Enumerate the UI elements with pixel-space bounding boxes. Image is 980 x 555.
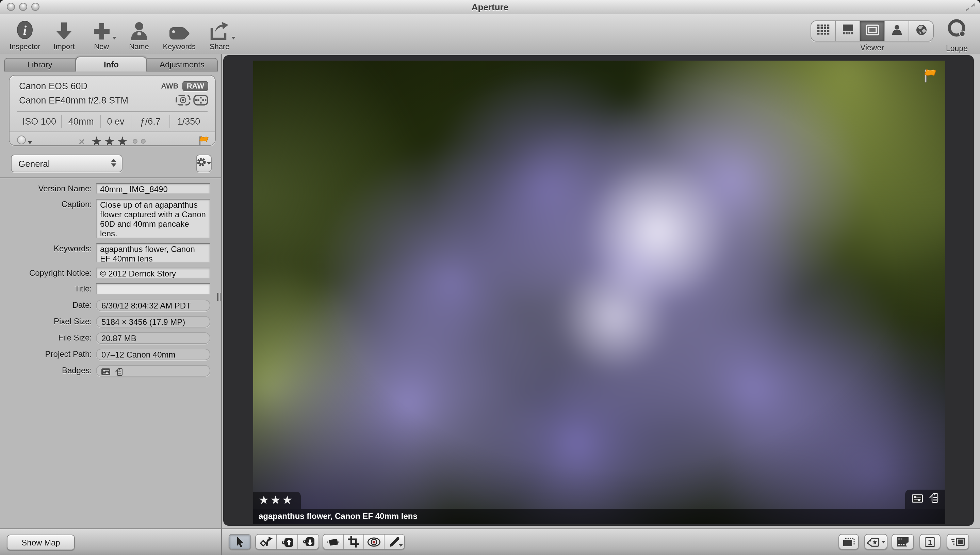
field-label: File Size: (0, 332, 96, 344)
camera-row: Canon EOS 60D AWB RAW (10, 79, 215, 93)
import-button[interactable]: Import (51, 18, 78, 50)
field-label: Pixel Size: (0, 316, 96, 327)
field-label: Date: (0, 300, 96, 311)
aperture-window: Aperture i Inspector Import (0, 0, 980, 555)
title-input[interactable] (96, 283, 210, 295)
split-view-icon (841, 24, 854, 37)
popup-arrows-icon (111, 159, 117, 167)
field-label: Keywords: (0, 243, 96, 263)
metadata-view-popup[interactable]: General (11, 155, 123, 172)
filmstrip-button[interactable] (892, 534, 914, 550)
toolbar-button-label: Share (209, 42, 230, 50)
keywords-textarea[interactable]: agapanthus flower, Canon EF 40mm lens (96, 243, 210, 263)
places-icon (916, 24, 927, 38)
tab-adjustments[interactable]: Adjustments (147, 58, 218, 72)
exposure-row: ISO 100 40mm 0 ev ƒ/6.7 1/350 (10, 112, 215, 132)
rating-controls: × ★★★ (10, 132, 215, 146)
field-row-caption: Caption: Close up of an agapanthus flowe… (0, 199, 221, 238)
metadata-view-value: General (18, 158, 50, 168)
clear-rating-button[interactable]: × (78, 135, 85, 146)
adjustments-badge-icon (912, 493, 923, 505)
chevron-down-icon (231, 37, 235, 40)
camera-model: Canon EOS 60D (19, 81, 161, 91)
project-path-value: 07–12 Canon 40mm (96, 349, 210, 360)
new-button[interactable]: New (88, 18, 115, 50)
selection-tool-group (229, 534, 251, 550)
screen: Aperture i Inspector Import (0, 0, 980, 555)
loupe-button[interactable]: Loupe (939, 18, 975, 53)
redeye-tool-button[interactable] (364, 534, 385, 549)
selection-tool-button[interactable] (229, 534, 251, 549)
share-button[interactable]: Share (206, 18, 233, 50)
rating-stars[interactable]: ★★★ (91, 135, 129, 146)
rating-dot-empty[interactable] (141, 139, 146, 143)
photo-vignette (253, 61, 945, 524)
metadata-preset-row: General (11, 155, 212, 172)
gear-icon (197, 157, 206, 170)
white-balance-label: AWB (161, 82, 178, 90)
brush-icon (389, 536, 400, 547)
field-label: Copyright Notice: (0, 268, 96, 279)
places-segment[interactable] (909, 21, 933, 41)
name-button[interactable]: Name (126, 18, 153, 50)
keywords-button[interactable]: Keywords (163, 18, 196, 50)
filmstrip-icon (896, 537, 909, 547)
exposure-compensation-value: 0 ev (101, 115, 132, 128)
view-switcher-segments (811, 21, 934, 42)
panel-resize-handle[interactable] (217, 293, 222, 301)
flag-icon[interactable] (197, 134, 209, 146)
retouch-tool-button[interactable] (385, 534, 404, 549)
fullscreen-icon[interactable] (965, 3, 975, 15)
person-icon (130, 20, 149, 41)
tab-info[interactable]: Info (75, 56, 147, 72)
toolbar-left-buttons: i Inspector Import New (10, 18, 233, 50)
rating-row: × ★★★ (10, 132, 215, 146)
lift-tool-button[interactable] (277, 534, 298, 549)
rotate-icon (260, 536, 273, 547)
split-view-segment[interactable] (836, 21, 860, 41)
tag-icon (168, 20, 190, 41)
photo[interactable]: ★★★ agapanthus flower, Canon EF 40mm len… (253, 61, 945, 524)
camera-info-box: Canon EOS 60D AWB RAW Canon EF40mm f/2.8… (9, 75, 216, 146)
straighten-tool-button[interactable] (323, 534, 344, 549)
metadata-fields: Version Name: 40mm_ IMG_8490 Caption: Cl… (0, 183, 221, 381)
caption-textarea[interactable]: Close up of an agapanthus flower capture… (96, 199, 210, 238)
field-row-copyright: Copyright Notice: © 2012 Derrick Story (0, 268, 221, 279)
inspector-button[interactable]: i Inspector (10, 18, 40, 50)
focus-points-button[interactable] (176, 94, 190, 106)
viewer-mode-icon (843, 537, 855, 547)
keywords-badge-icon (115, 368, 123, 376)
stamp-tool-button[interactable] (298, 534, 318, 549)
primary-only-button[interactable]: 1 (919, 534, 940, 550)
version-name-input[interactable]: 40mm_ IMG_8490 (96, 183, 210, 194)
show-map-button[interactable]: Show Map (7, 534, 75, 550)
viewer-icon (865, 24, 879, 38)
copyright-input[interactable]: © 2012 Derrick Story (96, 268, 210, 279)
tab-library[interactable]: Library (4, 58, 75, 72)
crop-tool-button[interactable] (344, 534, 364, 549)
rotate-tool-button[interactable] (256, 534, 277, 549)
faces-segment[interactable] (885, 21, 909, 41)
toolbar-button-label: New (94, 42, 109, 50)
inspector-panel: Library Info Adjustments Canon EOS 60D A… (0, 54, 222, 555)
lens-row: Canon EF40mm f/2.8 STM (10, 93, 215, 107)
tag-star-icon (866, 536, 880, 547)
adjustments-badge-icon (101, 368, 110, 375)
field-label: Caption: (0, 199, 96, 238)
metadata-action-button[interactable] (196, 155, 212, 172)
rating-dot-empty[interactable] (133, 139, 138, 143)
stamp-icon (302, 536, 315, 547)
quick-preview-button[interactable] (946, 534, 969, 550)
field-label: Project Path: (0, 349, 96, 360)
toolbar-button-label: Keywords (163, 42, 196, 50)
toolbar-button-label: Inspector (10, 42, 40, 50)
pixel-grid-button[interactable] (193, 94, 208, 106)
viewer-mode-button[interactable] (838, 534, 859, 550)
import-arrow-icon (56, 20, 73, 41)
keyword-filter-button[interactable] (864, 534, 887, 550)
share-icon (209, 20, 230, 41)
grid-view-segment[interactable] (811, 21, 836, 41)
grid-view-icon (817, 24, 829, 37)
viewer-segment[interactable] (860, 21, 885, 41)
toolbar-button-label: Name (129, 42, 149, 50)
